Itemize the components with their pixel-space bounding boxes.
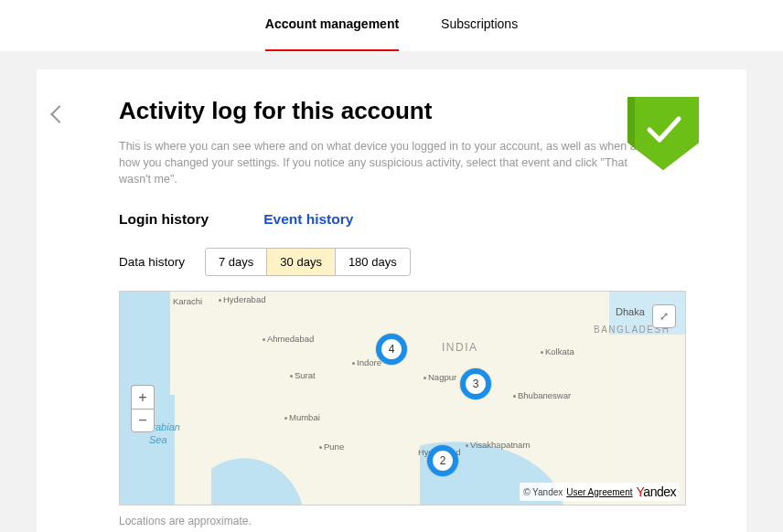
range-7-days[interactable]: 7 days [205,248,267,276]
login-map[interactable]: INDIA BANGLADESH Arabian Sea Karachi Hyd… [119,291,686,505]
city-label: Nagpur [424,372,456,382]
back-icon[interactable] [50,105,69,123]
zoom-out-button[interactable]: − [131,409,155,432]
sea-label: Sea [149,434,167,445]
top-nav: Account management Subscriptions [0,0,783,51]
city-label: Dhaka [616,306,645,317]
city-label: Karachi [173,296,202,306]
data-history-row: Data history 7 days 30 days 180 days [119,248,701,276]
nav-account-management[interactable]: Account management [265,16,399,51]
range-segmented-control: 7 days 30 days 180 days [205,248,411,276]
page-title: Activity log for this account [119,97,701,125]
tab-login-history[interactable]: Login history [119,211,209,228]
yandex-logo: Yandex [637,484,676,499]
shield-check-icon [627,97,699,170]
range-30-days[interactable]: 30 days [266,248,336,276]
tab-event-history[interactable]: Event history [263,211,353,228]
city-label: Mumbai [284,412,320,422]
country-label-india: INDIA [442,341,478,354]
page-description: This is where you can see where and on w… [119,138,659,187]
city-label: Visakhapatnam [466,440,530,450]
city-label: Hyderabad [219,294,265,304]
data-history-label: Data history [119,255,185,269]
range-180-days[interactable]: 180 days [335,248,411,276]
city-label: Pune [319,442,344,452]
nav-subscriptions[interactable]: Subscriptions [441,16,518,51]
city-label: Indore [352,357,381,367]
history-tabs: Login history Event history [119,211,701,228]
city-label: Bhubaneswar [513,390,571,400]
zoom-in-button[interactable]: + [131,385,155,409]
map-attribution: © Yandex User Agreement Yandex [520,483,680,501]
activity-card: Activity log for this account This is wh… [37,69,746,532]
zoom-control: + − [131,385,155,432]
user-agreement-link[interactable]: User Agreement [566,487,632,497]
city-label: Kolkata [541,346,574,356]
city-label: Ahmedabad [263,334,314,344]
city-label: Surat [290,370,316,380]
copyright-text: © Yandex [523,487,563,497]
locations-footnote: Locations are approximate. [119,515,701,527]
fullscreen-button[interactable]: ⤢ [652,304,676,328]
